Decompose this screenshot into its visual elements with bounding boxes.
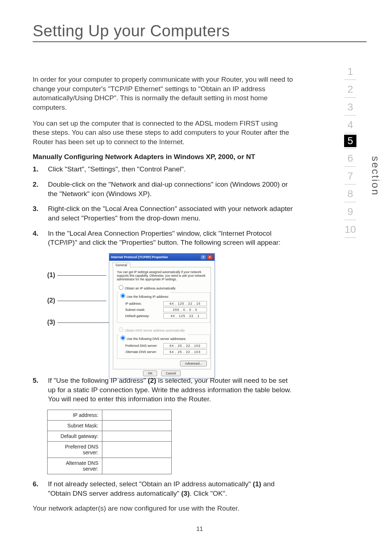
title-rule [33, 41, 367, 42]
worksheet-val-pdns[interactable] [102, 441, 172, 458]
page-number: 11 [33, 526, 367, 532]
label-adns: Alternate DNS server: [125, 350, 163, 354]
label-ip: IP address: [125, 302, 163, 305]
worksheet-val-ip[interactable] [102, 410, 172, 420]
dialog-titlebar: Internet Protocol (TCP/IP) Properties ?× [109, 253, 215, 261]
use-ip-fieldset: Use the following IP address: IP address… [117, 292, 210, 323]
default-gateway-field[interactable]: 64 . 125 . 22 . 1 [163, 313, 207, 318]
nav-5-active[interactable]: 5 [344, 135, 356, 147]
worksheet-val-adns[interactable] [102, 458, 172, 474]
alternate-dns-field[interactable]: 64 . 25 . 22 . 103 [163, 349, 207, 354]
section-label: section [369, 156, 381, 196]
nav-4[interactable]: 4 [334, 117, 367, 131]
radio-obtain-ip-auto-input[interactable] [119, 285, 123, 290]
nav-1[interactable]: 1 [334, 64, 367, 78]
dialog-blurb: You can get IP settings assigned automat… [117, 270, 207, 281]
cancel-button[interactable]: Cancel [161, 370, 181, 376]
address-worksheet: IP address: Subnet Mask: Default gateway… [47, 410, 172, 474]
nav-2[interactable]: 2 [334, 81, 367, 96]
step-5: If "Use the following IP address" (2) is… [33, 376, 294, 404]
worksheet-label-adns: Alternate DNS server: [48, 458, 102, 474]
nav-7[interactable]: 7 [334, 168, 367, 183]
step-1: Click "Start", "Settings", then "Control… [33, 165, 294, 174]
closing: Your network adapter(s) are now configur… [33, 504, 294, 513]
radio-obtain-ip-auto[interactable]: Obtain an IP address automatically [117, 284, 207, 290]
worksheet-label-gw: Default gateway: [48, 431, 102, 441]
intro-para-1: In order for your computer to properly c… [33, 75, 294, 112]
radio-obtain-dns-auto-input [119, 327, 123, 332]
label-mask: Subnet mask: [125, 308, 163, 312]
radio-use-ip[interactable]: Use the following IP address: [119, 292, 170, 299]
worksheet-val-mask[interactable] [102, 420, 172, 431]
callout-2: (2) [47, 297, 106, 304]
worksheet-label-mask: Subnet Mask: [48, 420, 102, 431]
nav-3[interactable]: 3 [334, 99, 367, 114]
tab-general[interactable]: General [112, 263, 130, 267]
subheading: Manually Configuring Network Adapters in… [33, 153, 294, 161]
nav-9[interactable]: 9 [334, 204, 367, 218]
section-nav: 1 2 3 4 5 6 7 8 9 10 [334, 64, 367, 239]
worksheet-label-ip: IP address: [48, 410, 102, 420]
nav-8[interactable]: 8 [334, 186, 367, 200]
ok-button[interactable]: OK [143, 370, 157, 376]
worksheet-val-gw[interactable] [102, 431, 172, 441]
subnet-mask-field[interactable]: 255 . 0 . 0 . 0 [163, 307, 207, 312]
radio-use-dns-input[interactable] [121, 336, 125, 340]
nav-10[interactable]: 10 [334, 222, 367, 236]
callout-3: (3) [47, 318, 111, 326]
worksheet-label-pdns: Preferred DNS server: [48, 441, 102, 458]
radio-obtain-dns-auto[interactable]: Obtain DNS server address automatically [117, 326, 207, 332]
intro-para-2: You can set up the computer that is conn… [33, 119, 294, 147]
preferred-dns-field[interactable]: 64 . 25 . 22 . 102 [163, 343, 207, 348]
step-3: Right-click on the "Local Area Connectio… [33, 204, 294, 223]
step-2: Double-click on the "Network and dial-up… [33, 180, 294, 198]
ip-address-field[interactable]: 64 . 125 . 22 . 15 [163, 301, 207, 306]
page-title: Setting Up your Computers [33, 22, 367, 40]
step-4: In the "Local Area Connection Properties… [33, 229, 294, 247]
nav-6[interactable]: 6 [334, 150, 367, 165]
label-gw: Default gateway: [125, 314, 163, 318]
dialog-figure: (1) (2) (3) Internet Protocol (TCP/IP) P… [47, 253, 294, 369]
callout-1: (1) [47, 271, 106, 279]
advanced-button[interactable]: Advanced... [180, 361, 207, 366]
radio-use-dns[interactable]: Use the following DNS server addresses: [119, 334, 188, 341]
use-dns-fieldset: Use the following DNS server addresses: … [117, 334, 210, 359]
tcpip-properties-dialog: Internet Protocol (TCP/IP) Properties ?×… [109, 253, 215, 378]
label-pdns: Preferred DNS server: [125, 344, 163, 348]
help-icon[interactable]: ? [200, 255, 206, 260]
step-6: If not already selected, select "Obtain … [33, 479, 294, 498]
dialog-title: Internet Protocol (TCP/IP) Properties [111, 255, 168, 259]
close-icon[interactable]: × [207, 255, 213, 260]
radio-use-ip-input[interactable] [121, 293, 125, 298]
